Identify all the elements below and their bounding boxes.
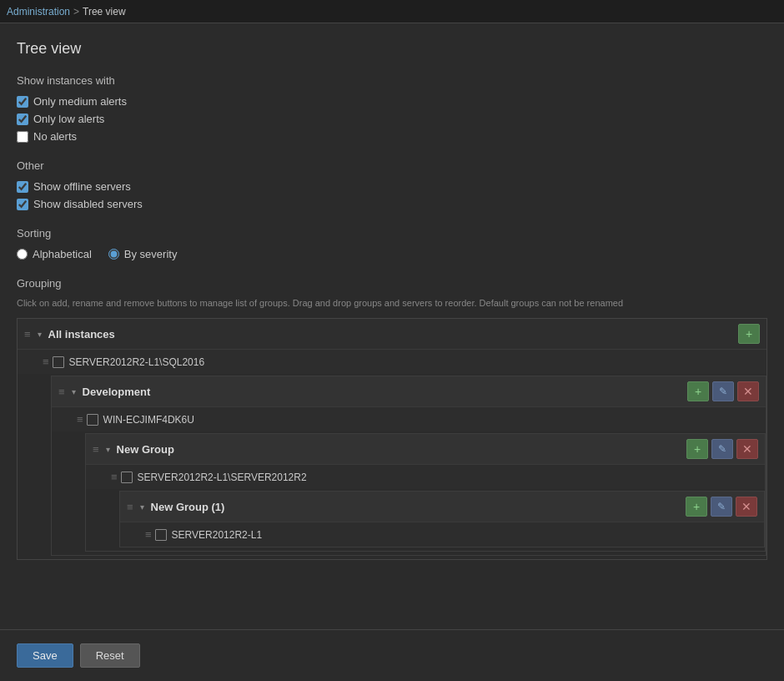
server-name-sql2016: SERVER2012R2-L1\SQL2016	[69, 356, 205, 368]
checkbox-low-input[interactable]	[17, 114, 28, 125]
radio-severity-label: By severity	[124, 248, 178, 260]
grouping-title: Grouping	[17, 277, 767, 290]
checkbox-low-label: Only low alerts	[33, 113, 104, 125]
add-button-new-group[interactable]: +	[686, 439, 708, 459]
server-name-2012r2: SERVER2012R2-L1\SERVER2012R2	[138, 472, 307, 483]
sorting-section: Sorting Alphabetical By severity	[17, 227, 767, 260]
checkbox-none-label: No alerts	[33, 130, 77, 143]
checkbox-disabled-servers[interactable]: Show disabled servers	[17, 198, 767, 210]
bottom-buttons: Save Reset	[0, 629, 784, 681]
checkbox-offline-input[interactable]	[17, 181, 28, 193]
checkbox-disabled-input[interactable]	[17, 199, 28, 210]
checkbox-medium-label: Only medium alerts	[33, 95, 127, 108]
development-name: Development	[79, 386, 687, 398]
server-icon-sql2016	[53, 356, 64, 368]
radio-alpha-label: Alphabetical	[33, 248, 92, 260]
chevron-new-group[interactable]: ▾	[103, 445, 113, 454]
edit-button-development[interactable]: ✎	[712, 381, 734, 401]
checkbox-medium-input[interactable]	[17, 96, 28, 108]
checkbox-offline-label: Show offline servers	[33, 180, 131, 193]
grouping-section: Grouping Click on add, rename and remove…	[17, 277, 767, 560]
server-icon-2012r2-l1	[155, 529, 167, 541]
add-button-development[interactable]: +	[687, 381, 709, 401]
edit-button-new-group-1[interactable]: ✎	[711, 497, 732, 517]
checkbox-low-alerts[interactable]: Only low alerts	[17, 113, 767, 125]
page-title: Tree view	[17, 40, 767, 58]
development-actions: + ✎ ✕	[687, 381, 759, 401]
grouping-hint: Click on add, rename and remove buttons …	[17, 298, 767, 308]
checkbox-none-input[interactable]	[17, 131, 28, 143]
main-content: Tree view Show instances with Only mediu…	[0, 23, 784, 627]
remove-button-new-group-1[interactable]: ✕	[736, 497, 757, 517]
sorting-title: Sorting	[17, 227, 767, 240]
chevron-new-group-1[interactable]: ▾	[137, 502, 148, 512]
other-section: Other Show offline servers Show disabled…	[17, 159, 767, 210]
radio-by-severity[interactable]: By severity	[108, 248, 178, 260]
radio-alphabetical[interactable]: Alphabetical	[17, 248, 92, 260]
drag-handle-2012r2-l1[interactable]: ≡	[145, 528, 152, 541]
development-row: ≡ ▾ Development + ✎ ✕	[52, 376, 766, 406]
all-instances-group: ≡ ▾ All instances + ≡ SERVER2012R2-L1\SQ…	[17, 318, 767, 560]
other-title: Other	[17, 159, 767, 172]
server-row-sql2016: ≡ SERVER2012R2-L1\SQL2016	[18, 349, 766, 374]
new-group: ≡ ▾ New Group + ✎ ✕ ≡ SERVER2012R2-L1	[85, 433, 766, 552]
server-row-2012r2-l1: ≡ SERVER2012R2-L1	[120, 522, 764, 547]
chevron-development[interactable]: ▾	[68, 387, 79, 396]
server-row-win-ec: ≡ WIN-ECJIMF4DK6U	[52, 406, 766, 431]
show-instances-section: Show instances with Only medium alerts O…	[17, 74, 767, 143]
new-group-1-row: ≡ ▾ New Group (1) + ✎ ✕	[120, 492, 764, 522]
topbar-admin-link[interactable]: Administration	[7, 6, 70, 18]
drag-handle-win-ec[interactable]: ≡	[77, 413, 83, 426]
new-group-row: ≡ ▾ New Group + ✎ ✕	[86, 434, 765, 464]
topbar-separator: >	[73, 6, 79, 18]
show-instances-title: Show instances with	[17, 74, 767, 87]
checkbox-no-alerts[interactable]: No alerts	[17, 130, 767, 143]
all-instances-row: ≡ ▾ All instances +	[18, 319, 766, 349]
new-group-name: New Group	[113, 443, 686, 456]
all-instances-name: All instances	[45, 328, 738, 340]
remove-button-new-group[interactable]: ✕	[736, 439, 758, 459]
new-group-1: ≡ ▾ New Group (1) + ✎ ✕ ≡	[119, 491, 765, 547]
all-instances-actions: +	[738, 324, 760, 344]
drag-handle-2012r2[interactable]: ≡	[111, 471, 118, 483]
remove-button-development[interactable]: ✕	[737, 381, 759, 401]
new-group-1-name: New Group (1)	[148, 501, 686, 513]
save-button[interactable]: Save	[17, 643, 73, 668]
drag-handle-development[interactable]: ≡	[58, 386, 65, 398]
server-icon-win-ec	[87, 414, 98, 426]
server-name-win-ec: WIN-ECJIMF4DK6U	[103, 414, 194, 426]
checkbox-offline-servers[interactable]: Show offline servers	[17, 180, 767, 193]
drag-handle-sql2016[interactable]: ≡	[43, 356, 49, 368]
reset-button[interactable]: Reset	[80, 643, 140, 668]
drag-handle-new-group[interactable]: ≡	[93, 443, 99, 456]
topbar: Administration > Tree view	[0, 0, 784, 23]
radio-severity-input[interactable]	[108, 249, 119, 260]
new-group-1-actions: + ✎ ✕	[686, 497, 757, 517]
checkbox-medium-alerts[interactable]: Only medium alerts	[17, 95, 767, 108]
checkbox-disabled-label: Show disabled servers	[33, 198, 143, 210]
drag-handle-new-group-1[interactable]: ≡	[127, 501, 133, 513]
new-group-actions: + ✎ ✕	[686, 439, 758, 459]
edit-button-new-group[interactable]: ✎	[711, 439, 733, 459]
server-row-2012r2: ≡ SERVER2012R2-L1\SERVER2012R2	[86, 464, 765, 489]
server-name-2012r2-l1: SERVER2012R2-L1	[172, 529, 263, 541]
add-button-all-instances[interactable]: +	[738, 324, 760, 344]
topbar-current-page: Tree view	[83, 6, 126, 18]
drag-handle-all[interactable]: ≡	[24, 328, 31, 340]
sorting-radio-group: Alphabetical By severity	[17, 248, 767, 260]
add-button-new-group-1[interactable]: +	[686, 497, 707, 517]
radio-alpha-input[interactable]	[17, 249, 28, 260]
development-group: ≡ ▾ Development + ✎ ✕ ≡ WIN-ECJIMF4DK6U	[51, 376, 766, 556]
chevron-all-instances[interactable]: ▾	[34, 330, 45, 339]
server-icon-2012r2	[121, 472, 133, 483]
